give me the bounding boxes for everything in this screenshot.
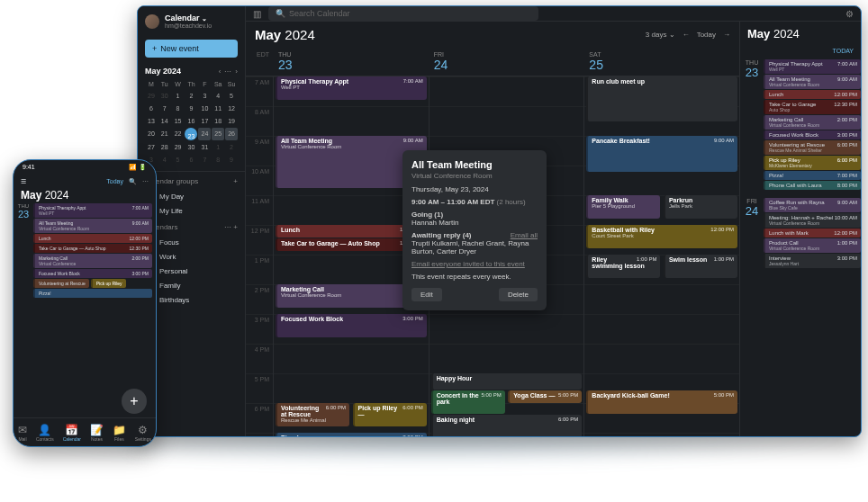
calendar-item[interactable]: Work <box>145 249 238 264</box>
mobile-event[interactable]: Pick up Riley <box>91 279 126 288</box>
mini-day[interactable]: 8 <box>212 154 224 166</box>
mini-day[interactable]: 5 <box>225 90 238 102</box>
search-input[interactable]: 🔍Search Calendar <box>268 6 538 21</box>
email-invite-link[interactable]: Email everyone invited to this event <box>411 260 538 268</box>
agenda-event[interactable]: Coffee Run with RaynaBlue Sky Cafe9:00 A… <box>764 198 861 212</box>
event[interactable]: ParkrunJells Park <box>664 195 737 219</box>
mini-day[interactable]: 27 <box>145 141 158 153</box>
mini-day[interactable]: 28 <box>158 141 171 153</box>
mobile-today[interactable]: Today <box>106 178 123 185</box>
prev-button[interactable]: ← <box>683 31 690 39</box>
panel-icon[interactable]: ▥ <box>253 9 261 19</box>
email-all-link[interactable]: Email all <box>511 231 538 239</box>
tab-contacts[interactable]: 👤Contacts <box>36 424 54 442</box>
calendar-item[interactable]: Birthdays <box>145 292 238 307</box>
agenda-event[interactable]: Lunch12:00 PM <box>764 90 861 99</box>
agenda-event[interactable]: Lunch with Mark12:00 PM <box>764 229 861 238</box>
agenda-event[interactable]: Focused Work Block3:00 PM <box>764 130 861 139</box>
mini-day[interactable]: 20 <box>145 128 158 140</box>
mobile-event[interactable]: Focused Work Block3:00 PM <box>33 269 152 278</box>
event[interactable]: 5:00 PMBackyard Kick-ball Game! <box>586 390 737 414</box>
agenda-event[interactable]: Pizza!7:00 PM <box>764 171 861 180</box>
mobile-event[interactable]: All Team MeetingVirtual Conference Room9… <box>33 219 152 233</box>
event[interactable]: 3:00 PMFocused Work Block <box>276 314 427 337</box>
mobile-event[interactable]: Take Car to Garage — Auto Shop12:30 PM <box>33 244 152 253</box>
mini-day[interactable]: 9 <box>225 154 238 166</box>
mini-day[interactable]: 6 <box>145 103 158 114</box>
event[interactable]: Run club meet up <box>586 76 737 121</box>
agenda-event[interactable]: Pick up RileyMcKlaren Elementary6:00 PM <box>764 156 861 170</box>
mini-day[interactable]: 7 <box>198 154 211 166</box>
range-select[interactable]: 3 days ⌄ <box>646 31 675 39</box>
mobile-event[interactable]: Marketing CallVirtual Conference2:00 PM <box>33 254 152 268</box>
mini-day[interactable]: 21 <box>158 128 171 140</box>
edit-button[interactable]: Edit <box>411 288 442 301</box>
menu-icon[interactable]: ☰ <box>21 178 26 185</box>
tab-settings[interactable]: ⚙Settings <box>135 424 151 442</box>
agenda-event[interactable]: Physical Therapy ApptWell PT7:00 AM <box>764 59 861 74</box>
mini-day[interactable]: 4 <box>158 154 171 166</box>
mini-day[interactable]: 2 <box>225 141 238 153</box>
add-group-icon[interactable]: + <box>233 177 238 185</box>
mini-prev[interactable]: ‹ <box>219 67 222 76</box>
mini-day[interactable]: 10 <box>198 103 211 114</box>
mini-day[interactable]: 11 <box>212 103 224 114</box>
agenda-event[interactable]: Phone Call with Laura8:00 PM <box>764 181 861 190</box>
fab-add[interactable]: + <box>122 389 147 414</box>
mini-dot[interactable]: ⋯ <box>224 67 231 76</box>
event[interactable]: 6:00 PMVolunteering at RescueRescue Me A… <box>276 403 349 426</box>
event[interactable]: 1:00 PMSwim lesson <box>664 255 737 278</box>
mini-day[interactable]: 5 <box>172 154 185 166</box>
mini-day[interactable]: 17 <box>198 115 211 127</box>
mini-day[interactable]: 31 <box>198 141 211 153</box>
calendar-item[interactable]: Personal <box>145 264 238 278</box>
group-item[interactable]: ▦My Life <box>145 203 238 218</box>
mini-day[interactable]: 8 <box>172 103 185 114</box>
event[interactable]: Family WalkPier 5 Playground <box>586 195 660 219</box>
event[interactable]: 1:00 PMRiley swimming lesson <box>586 255 660 278</box>
agenda-event[interactable]: All Team MeetingVirtual Conference Room9… <box>764 75 861 89</box>
today-button[interactable]: Today <box>697 31 716 39</box>
tab-notes[interactable]: 📝Notes <box>90 424 104 442</box>
event[interactable]: 7:00 AMPhysical Therapy ApptWell PT <box>276 76 427 100</box>
mini-day[interactable]: 6 <box>185 154 197 166</box>
mini-day[interactable]: 26 <box>225 128 238 140</box>
mini-day[interactable]: 2 <box>185 90 197 102</box>
event[interactable]: 6:00 PMPick up Riley — <box>353 403 427 426</box>
mini-day[interactable]: 29 <box>172 141 185 153</box>
calendar-item[interactable]: Family <box>145 278 238 292</box>
mobile-event[interactable]: Pizza! <box>33 289 152 298</box>
mobile-more-icon[interactable]: ⋯ <box>142 178 149 185</box>
gear-icon[interactable]: ⚙ <box>845 9 854 19</box>
agenda-event[interactable]: Volunteering at RescueRescue Me Animal S… <box>764 140 861 155</box>
event[interactable]: 5:00 PMYoga Class — <box>508 390 582 403</box>
mini-day[interactable]: 7 <box>158 103 171 114</box>
event[interactable]: 7:00 PMPizza! <box>276 433 427 437</box>
mobile-event[interactable]: Physical Theraphy ApptWell PT7:00 AM <box>33 203 152 218</box>
tab-files[interactable]: 📁Files <box>113 424 126 442</box>
mini-day[interactable]: 15 <box>172 115 185 127</box>
mini-next[interactable]: › <box>235 67 238 76</box>
group-item[interactable]: ▦My Day <box>145 189 238 203</box>
event[interactable]: Happy Hour <box>431 373 583 390</box>
agenda-event[interactable]: InterviewJessalynn Hart3:00 PM <box>764 254 861 268</box>
mini-day[interactable]: 9 <box>185 103 197 114</box>
mini-day[interactable]: 30 <box>185 141 197 153</box>
mini-day[interactable]: 4 <box>212 90 224 102</box>
event[interactable]: 5:00 PMConcert in the park <box>431 390 505 414</box>
mini-day[interactable]: 30 <box>158 90 171 102</box>
mini-day[interactable]: 1 <box>172 90 185 102</box>
calendar-item[interactable]: Focus <box>145 235 238 249</box>
mobile-search-icon[interactable]: 🔍 <box>129 178 137 185</box>
agenda-event[interactable]: Marketing CallVirtual Conference Room2:0… <box>764 115 861 130</box>
new-event-button[interactable]: +New event <box>145 40 238 58</box>
tab-calendar[interactable]: 📅Calendar <box>63 424 81 442</box>
mini-day[interactable]: 18 <box>212 115 224 127</box>
event[interactable]: 12:00 PMBasketball with RileyCourt Stree… <box>586 225 737 248</box>
mini-day[interactable]: 16 <box>185 115 197 127</box>
mini-day[interactable]: 13 <box>145 115 158 127</box>
avatar[interactable] <box>145 14 159 29</box>
event[interactable]: 6:00 PMBaking night <box>431 415 583 437</box>
mobile-event[interactable]: Volunteering at Rescue <box>33 279 89 288</box>
agenda-today[interactable]: TODAY <box>740 46 861 56</box>
